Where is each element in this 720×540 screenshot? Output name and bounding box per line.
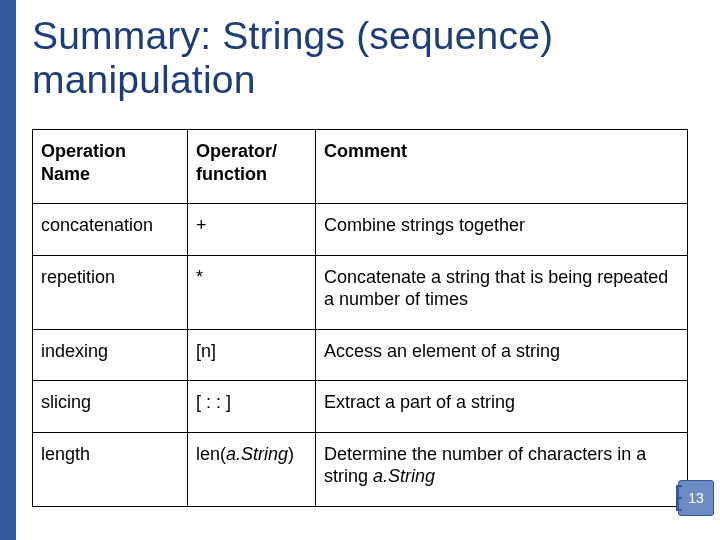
cell-comment: Access an element of a string <box>316 329 688 381</box>
comment-arg: a.String <box>373 466 435 486</box>
table-row: indexing [n] Access an element of a stri… <box>33 329 688 381</box>
table-row: concatenation + Combine strings together <box>33 204 688 256</box>
len-arg: a.String <box>226 444 288 464</box>
left-accent-bar <box>0 0 16 540</box>
cell-comment: Combine strings together <box>316 204 688 256</box>
cell-operation-name: indexing <box>33 329 188 381</box>
slide: Summary: Strings (sequence) manipulation… <box>0 0 720 540</box>
page-number-badge: 13 <box>678 480 714 516</box>
cell-operator: [ : : ] <box>188 381 316 433</box>
header-comment: Comment <box>316 130 688 204</box>
cell-operator: len(a.String) <box>188 432 316 506</box>
table-row: length len(a.String) Determine the numbe… <box>33 432 688 506</box>
operations-table: Operation Name Operator/ function Commen… <box>32 129 688 507</box>
cell-operator: * <box>188 255 316 329</box>
cell-comment: Extract a part of a string <box>316 381 688 433</box>
table-header-row: Operation Name Operator/ function Commen… <box>33 130 688 204</box>
header-operation-name: Operation Name <box>33 130 188 204</box>
len-prefix: len( <box>196 444 226 464</box>
page-title: Summary: Strings (sequence) manipulation <box>32 14 688 101</box>
cell-operation-name: length <box>33 432 188 506</box>
cell-comment: Concatenate a string that is being repea… <box>316 255 688 329</box>
table-row: slicing [ : : ] Extract a part of a stri… <box>33 381 688 433</box>
cell-operation-name: concatenation <box>33 204 188 256</box>
page-number: 13 <box>688 490 704 506</box>
cell-operator: [n] <box>188 329 316 381</box>
table-row: repetition * Concatenate a string that i… <box>33 255 688 329</box>
cell-comment: Determine the number of characters in a … <box>316 432 688 506</box>
len-suffix: ) <box>288 444 294 464</box>
cell-operation-name: slicing <box>33 381 188 433</box>
header-operator-function: Operator/ function <box>188 130 316 204</box>
cell-operation-name: repetition <box>33 255 188 329</box>
cell-operator: + <box>188 204 316 256</box>
